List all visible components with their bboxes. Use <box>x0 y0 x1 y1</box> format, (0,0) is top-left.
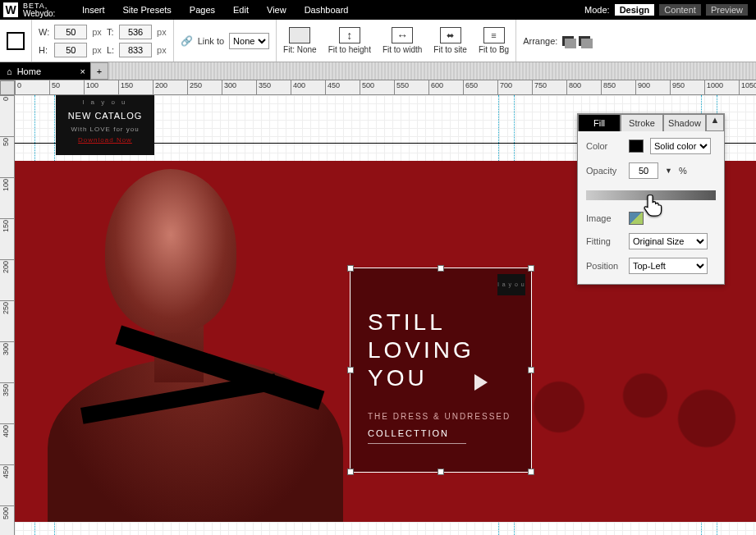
ruler-h-tick: 500 <box>360 80 360 95</box>
opacity-unit: % <box>679 166 687 176</box>
tab-home[interactable]: ⌂ Home × <box>0 62 90 80</box>
fit-bg-label: Fit to Bg <box>479 45 509 54</box>
ruler-h-tick: 150 <box>118 80 119 95</box>
ruler-h-tick: 450 <box>325 80 326 95</box>
panel-fitting-label: Fitting <box>586 236 622 246</box>
ruler-h-tick: 300 <box>222 80 222 95</box>
dim-t-unit: px <box>157 27 167 37</box>
tab-strip-spacer <box>108 62 756 80</box>
menu-insert[interactable]: Insert <box>82 5 105 15</box>
ruler-h-tick: 400 <box>291 80 291 95</box>
fit-site-button[interactable]: ⬌ Fit to site <box>433 27 467 54</box>
dim-h-input[interactable] <box>54 43 87 57</box>
ruler-v-tick: 300 <box>0 341 15 342</box>
ruler-h-tick: 1000 <box>704 80 705 95</box>
dim-t-label: T: <box>107 27 114 37</box>
panel-image-label: Image <box>586 213 622 223</box>
resize-handle-r[interactable] <box>528 367 534 373</box>
dim-t-input[interactable] <box>119 25 152 39</box>
ruler-h-tick: 1050 <box>739 80 740 95</box>
menu-pages[interactable]: Pages <box>190 5 215 15</box>
ruler-h-tick: 550 <box>394 80 395 95</box>
mode-design[interactable]: Design <box>615 4 655 16</box>
resize-handle-l[interactable] <box>347 367 354 373</box>
dim-l-label: L: <box>107 45 114 55</box>
fit-site-icon: ⬌ <box>440 27 461 43</box>
link-to-select[interactable]: None <box>229 33 269 49</box>
menu-view[interactable]: View <box>267 5 286 15</box>
position-select[interactable]: Top-Left <box>629 258 708 274</box>
panel-position-label: Position <box>586 261 622 271</box>
catalog-badge[interactable]: l a y o u NEW CATALOG With LOVE for you … <box>56 95 154 155</box>
fitting-select[interactable]: Original Size <box>629 233 708 249</box>
ruler-h-tick: 200 <box>153 80 153 95</box>
ruler-v-tick: 200 <box>0 259 15 260</box>
opacity-input[interactable] <box>629 162 658 179</box>
mode-content[interactable]: Content <box>659 4 701 16</box>
badge-brand: l a y o u <box>61 98 149 106</box>
arrange-label: Arrange: <box>523 36 557 46</box>
shape-rectangle-icon <box>7 32 25 50</box>
ruler-vertical[interactable]: 050100150200250300350400450500 <box>0 95 15 535</box>
link-to-label: Link to <box>198 36 224 46</box>
resize-handle-tr[interactable] <box>528 265 534 272</box>
dim-l-input[interactable] <box>119 43 152 57</box>
fit-height-button[interactable]: ↕ Fit to height <box>328 27 371 54</box>
menu-site-presets[interactable]: Site Presets <box>123 5 172 15</box>
fit-site-label: Fit to site <box>433 45 467 54</box>
dim-h-unit: px <box>92 45 102 55</box>
fit-width-button[interactable]: ↔ Fit to width <box>383 27 422 54</box>
ruler-horizontal[interactable]: 0501001502002503003504004505005506006507… <box>15 80 756 95</box>
fit-none-button[interactable]: Fit: None <box>283 27 317 54</box>
ruler-h-tick: 800 <box>566 80 567 95</box>
menu-dashboard[interactable]: Dashboard <box>305 5 349 15</box>
ruler-v-tick: 50 <box>0 136 15 137</box>
fill-properties-panel[interactable]: Fill Stroke Shadow ▲ Color Solid color O… <box>577 113 725 285</box>
canvas[interactable]: l a y o u NEW CATALOG With LOVE for you … <box>15 95 756 535</box>
ruler-h-tick: 100 <box>84 80 85 95</box>
resize-handle-b[interactable] <box>438 469 444 475</box>
ruler-h-tick: 750 <box>532 80 533 95</box>
panel-tab-shadow[interactable]: Shadow <box>663 114 706 131</box>
badge-sub: With LOVE for you <box>61 126 149 133</box>
resize-handle-bl[interactable] <box>347 469 354 475</box>
dim-w-unit: px <box>92 27 102 37</box>
add-tab-button[interactable]: + <box>90 62 108 80</box>
workspace: 0501001502002503003504004505005506006507… <box>0 80 756 535</box>
fit-width-label: Fit to width <box>383 45 422 54</box>
resize-handle-br[interactable] <box>528 469 534 475</box>
arrange-back-icon[interactable] <box>579 36 590 46</box>
ruler-v-tick: 450 <box>0 464 15 465</box>
menu-edit[interactable]: Edit <box>233 5 249 15</box>
selection-outline[interactable] <box>350 268 532 473</box>
color-type-select[interactable]: Solid color <box>650 138 711 154</box>
fit-height-icon: ↕ <box>339 27 360 43</box>
mode-preview[interactable]: Preview <box>706 4 748 16</box>
badge-cta[interactable]: Download Now <box>61 136 149 144</box>
tab-close-icon[interactable]: × <box>80 66 85 76</box>
panel-collapse-button[interactable]: ▲ <box>706 114 724 131</box>
ruler-v-tick: 250 <box>0 300 15 301</box>
ruler-h-tick: 700 <box>497 80 498 95</box>
ruler-v-tick: 100 <box>0 177 15 178</box>
resize-handle-t[interactable] <box>438 265 444 272</box>
document-tab-strip: ⌂ Home × + <box>0 62 756 80</box>
panel-tab-fill[interactable]: Fill <box>578 114 621 131</box>
ruler-corner <box>0 80 15 95</box>
arrange-front-icon[interactable] <box>562 36 574 46</box>
ruler-v-tick: 350 <box>0 382 15 383</box>
link-icon: 🔗 <box>181 35 193 47</box>
color-swatch[interactable] <box>629 139 644 153</box>
ruler-h-tick: 900 <box>635 80 636 95</box>
resize-handle-tl[interactable] <box>347 265 354 272</box>
fit-none-icon <box>289 27 310 43</box>
ruler-h-tick: 0 <box>15 80 16 95</box>
dim-w-input[interactable] <box>54 25 87 39</box>
panel-tab-stroke[interactable]: Stroke <box>621 114 663 131</box>
dim-h-label: H: <box>39 45 49 55</box>
toolbar: W: px T: px H: px L: px 🔗 Link to None F… <box>0 20 756 62</box>
badge-title: NEW CATALOG <box>61 111 149 121</box>
fit-bg-button[interactable]: ≡ Fit to Bg <box>479 27 509 54</box>
ruler-v-tick: 500 <box>0 505 15 506</box>
ruler-h-tick: 600 <box>428 80 429 95</box>
